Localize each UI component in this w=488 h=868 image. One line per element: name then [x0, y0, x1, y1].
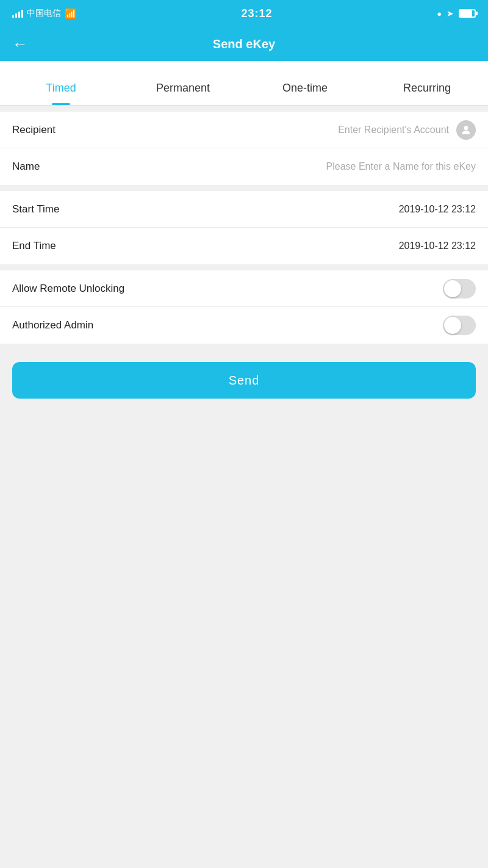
- status-time: 23:12: [242, 7, 273, 20]
- end-time-value-area[interactable]: 2019-10-12 23:12: [110, 241, 476, 251]
- authorized-admin-knob: [444, 317, 461, 334]
- tab-one-time[interactable]: One-time: [244, 61, 366, 105]
- tab-timed[interactable]: Timed: [0, 61, 122, 105]
- recipient-row: Recipient Enter Recipient's Account: [0, 112, 488, 148]
- authorized-admin-label: Authorized Admin: [12, 319, 110, 331]
- bottom-area: [0, 417, 488, 661]
- recipient-label: Recipient: [12, 124, 110, 136]
- authorized-admin-row: Authorized Admin: [0, 307, 488, 344]
- name-row: Name Please Enter a Name for this eKey: [0, 148, 488, 185]
- toggle-section: Allow Remote Unlocking Authorized Admin: [0, 270, 488, 344]
- start-time-row[interactable]: Start Time 2019-10-12 23:12: [0, 191, 488, 228]
- start-time-value-area[interactable]: 2019-10-12 23:12: [110, 204, 476, 215]
- header: ← Send eKey: [0, 27, 488, 61]
- start-time-label: Start Time: [12, 203, 110, 215]
- name-placeholder: Please Enter a Name for this eKey: [326, 161, 476, 172]
- back-button[interactable]: ←: [12, 36, 28, 52]
- wifi-icon: 📶: [65, 8, 77, 20]
- recipient-input-area[interactable]: Enter Recipient's Account: [110, 120, 476, 140]
- name-label: Name: [12, 161, 110, 173]
- recipient-section: Recipient Enter Recipient's Account Name…: [0, 112, 488, 185]
- svg-point-0: [464, 126, 468, 130]
- lock-icon: ●: [437, 9, 442, 18]
- tabs-container: Timed Permanent One-time Recurring: [0, 61, 488, 106]
- signal-icon: [12, 9, 23, 18]
- allow-remote-toggle-area: [124, 279, 476, 298]
- contact-icon[interactable]: [456, 120, 476, 140]
- name-input-area[interactable]: Please Enter a Name for this eKey: [110, 161, 476, 172]
- end-time-value: 2019-10-12 23:12: [399, 241, 476, 251]
- tab-recurring[interactable]: Recurring: [366, 61, 488, 105]
- header-title: Send eKey: [213, 37, 275, 51]
- location-icon: ➤: [447, 9, 454, 18]
- authorized-admin-toggle[interactable]: [443, 316, 476, 335]
- status-bar: 中国电信 📶 23:12 ● ➤: [0, 0, 488, 27]
- status-right: ● ➤: [437, 9, 476, 18]
- send-section: Send: [0, 344, 488, 417]
- time-section: Start Time 2019-10-12 23:12 End Time 201…: [0, 191, 488, 264]
- allow-remote-row: Allow Remote Unlocking: [0, 270, 488, 307]
- recipient-placeholder: Enter Recipient's Account: [338, 125, 449, 136]
- status-left: 中国电信 📶: [12, 8, 77, 20]
- allow-remote-toggle[interactable]: [443, 279, 476, 298]
- carrier-label: 中国电信: [27, 8, 61, 19]
- end-time-row[interactable]: End Time 2019-10-12 23:12: [0, 228, 488, 264]
- tab-indicator: [52, 103, 70, 105]
- authorized-admin-toggle-area: [110, 316, 476, 335]
- allow-remote-knob: [444, 280, 461, 297]
- tab-permanent[interactable]: Permanent: [122, 61, 244, 105]
- send-button[interactable]: Send: [12, 362, 476, 399]
- end-time-label: End Time: [12, 240, 110, 252]
- allow-remote-label: Allow Remote Unlocking: [12, 283, 124, 295]
- battery-icon: [459, 9, 476, 18]
- start-time-value: 2019-10-12 23:12: [399, 204, 476, 215]
